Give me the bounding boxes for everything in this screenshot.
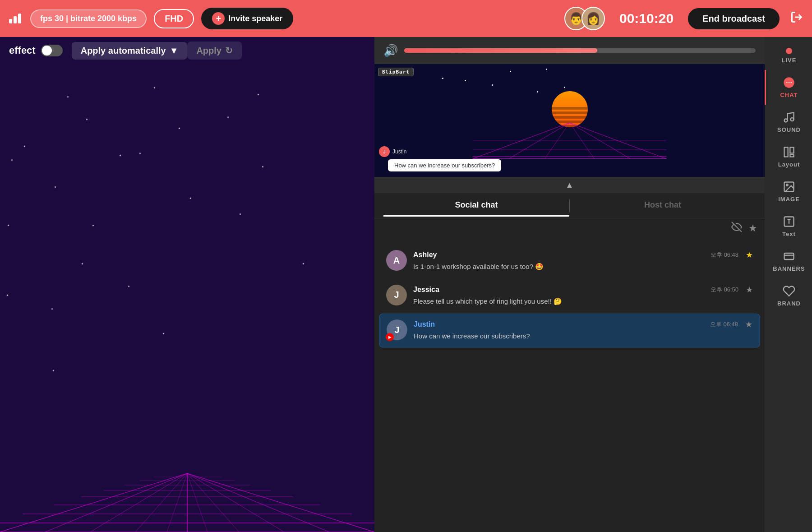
star-decoration xyxy=(128,285,130,287)
sidebar-item-sound[interactable]: SOUND xyxy=(765,105,812,139)
star-decoration xyxy=(92,224,94,227)
right-sidebar: LIVE CHAT SOUND Layout IMAGE xyxy=(765,37,812,532)
svg-rect-35 xyxy=(784,148,788,157)
sidebar-label-sound: SOUND xyxy=(777,126,801,133)
preview-chat-username: Justin xyxy=(392,148,406,155)
filter-eye-icon[interactable] xyxy=(731,222,742,235)
text-justin: How can we increase our subscribers? xyxy=(414,331,752,342)
sidebar-item-brand[interactable]: BRAND xyxy=(765,278,812,313)
chevron-up-button[interactable]: ▲ xyxy=(374,177,765,193)
export-button[interactable] xyxy=(790,11,803,27)
sidebar-item-live[interactable]: LIVE xyxy=(765,42,812,70)
preview-label: BlipBart xyxy=(378,68,414,76)
star-justin[interactable]: ★ xyxy=(745,319,752,329)
tab-host-chat[interactable]: Host chat xyxy=(570,195,756,217)
star-decoration xyxy=(257,93,259,96)
username-justin: Justin xyxy=(414,320,435,328)
sidebar-label-brand: BRAND xyxy=(777,300,801,307)
star-decoration xyxy=(11,159,13,161)
svg-point-34 xyxy=(791,118,794,121)
sidebar-label-live: LIVE xyxy=(782,57,797,64)
sidebar-label-text: Text xyxy=(782,231,796,237)
avatar-jessica: J xyxy=(386,285,407,305)
chat-message-justin: J ▶ Justin 오후 06:48 ★ How can we increas… xyxy=(379,314,760,347)
preview-sun xyxy=(552,91,588,127)
preview-chat-tooltip: How can we increase our subscribers? xyxy=(388,159,501,171)
text-ashley: Is 1-on-1 workshop available for us too?… xyxy=(413,262,753,272)
star-decoration xyxy=(54,186,56,188)
star-jessica[interactable]: ★ xyxy=(746,285,753,295)
preview-thumbnail: BlipBart J Justin How can we increase ou… xyxy=(374,64,765,177)
fps-bitrate-badge[interactable]: fps 30 | bitrate 2000 kbps xyxy=(30,9,147,28)
star-decoration xyxy=(23,145,26,148)
chat-message-jessica: J Jessica 오후 06:50 ★ Please tell us whic… xyxy=(379,279,760,312)
chevron-up-icon: ▲ xyxy=(566,180,574,190)
youtube-badge: ▶ xyxy=(386,333,394,341)
star-decoration xyxy=(153,87,156,89)
fhd-button[interactable]: FHD xyxy=(154,9,194,28)
star-ashley[interactable]: ★ xyxy=(746,250,753,260)
svg-point-39 xyxy=(786,184,788,186)
avatar-justin: J ▶ xyxy=(387,319,407,340)
effect-bar: effect Apply automatically ▼ Apply ↻ xyxy=(0,37,251,64)
toggle-knob xyxy=(42,46,52,56)
star-decoration xyxy=(86,118,88,120)
brand-icon xyxy=(783,285,795,297)
sidebar-item-banners[interactable]: BANNERS xyxy=(765,244,812,278)
star-decoration xyxy=(262,166,264,168)
star-decoration xyxy=(81,263,83,265)
message-header-ashley: Ashley 오후 06:48 ★ xyxy=(413,250,753,260)
time-jessica: 오후 06:50 xyxy=(710,286,738,294)
svg-rect-41 xyxy=(784,253,794,259)
filter-star-icon[interactable]: ★ xyxy=(748,222,757,234)
sidebar-item-layout[interactable]: Layout xyxy=(765,139,812,174)
dropdown-icon: ▼ xyxy=(170,46,179,56)
tab-social-chat[interactable]: Social chat xyxy=(383,195,569,217)
svg-point-33 xyxy=(784,119,788,122)
sidebar-label-chat: CHAT xyxy=(780,92,798,98)
time-ashley: 오후 06:48 xyxy=(710,251,738,259)
star-decoration xyxy=(67,96,69,98)
volume-icon: 🔊 xyxy=(383,44,398,58)
grid-floor xyxy=(0,442,374,532)
image-icon xyxy=(783,180,795,193)
star-decoration xyxy=(139,152,141,154)
apply-automatically-button[interactable]: Apply automatically ▼ xyxy=(72,42,188,60)
star-decoration xyxy=(227,116,229,118)
preview-chat-avatar: J xyxy=(379,146,390,157)
message-header-jessica: Jessica 오후 06:50 ★ xyxy=(413,285,753,295)
sidebar-label-image: IMAGE xyxy=(778,196,800,203)
message-body-justin: Justin 오후 06:48 ★ How can we increase ou… xyxy=(414,319,752,342)
sound-icon xyxy=(783,111,795,124)
end-broadcast-button[interactable]: End broadcast xyxy=(688,8,780,29)
signal-icon xyxy=(9,14,21,23)
sidebar-item-chat[interactable]: CHAT xyxy=(765,70,812,105)
sidebar-label-banners: BANNERS xyxy=(773,265,805,272)
header-bar: fps 30 | bitrate 2000 kbps FHD + Invite … xyxy=(0,0,812,37)
text-icon xyxy=(783,215,795,228)
username-ashley: Ashley xyxy=(413,251,437,259)
invite-speaker-button[interactable]: + Invite speaker xyxy=(201,8,293,29)
username-jessica: Jessica xyxy=(413,286,439,294)
chat-message-ashley: A Ashley 오후 06:48 ★ Is 1-on-1 workshop a… xyxy=(379,245,760,278)
preview-grid xyxy=(374,123,765,159)
message-body-jessica: Jessica 오후 06:50 ★ Please tell us which … xyxy=(413,285,753,307)
star-decoration xyxy=(302,263,304,265)
volume-row: 🔊 xyxy=(374,37,765,64)
effect-toggle[interactable] xyxy=(41,45,63,56)
layout-icon xyxy=(783,146,795,158)
sidebar-item-text[interactable]: Text xyxy=(765,209,812,244)
chat-tabs: Social chat Host chat xyxy=(374,193,765,218)
star-decoration xyxy=(6,294,9,296)
volume-bar[interactable] xyxy=(404,48,756,53)
star-decoration xyxy=(52,370,55,372)
broadcast-timer: 00:10:20 xyxy=(619,11,674,26)
refresh-icon: ↻ xyxy=(225,45,233,56)
apply-button[interactable]: Apply ↻ xyxy=(187,42,242,60)
svg-rect-37 xyxy=(790,155,794,157)
chat-panel: 🔊 xyxy=(374,37,765,532)
text-jessica: Please tell us which type of ring light … xyxy=(413,296,753,307)
chat-icon xyxy=(783,76,795,89)
sidebar-item-image[interactable]: IMAGE xyxy=(765,174,812,209)
message-body-ashley: Ashley 오후 06:48 ★ Is 1-on-1 workshop ava… xyxy=(413,250,753,272)
